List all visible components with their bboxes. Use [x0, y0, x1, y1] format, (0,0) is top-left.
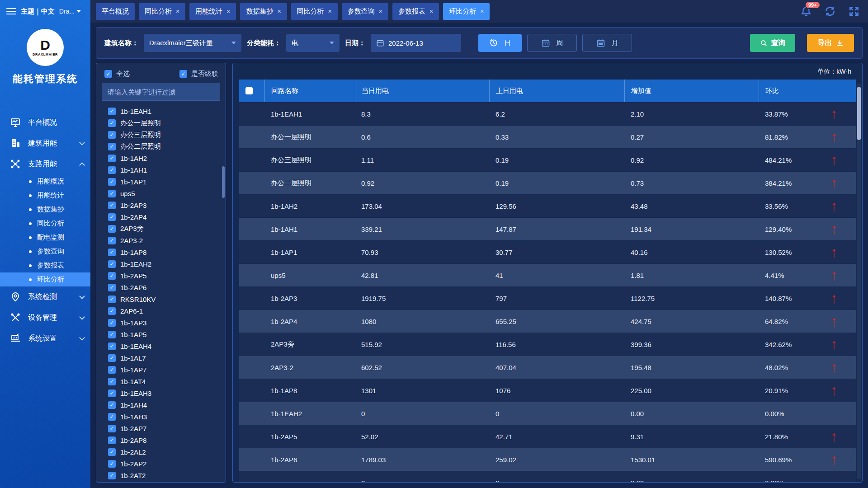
tab-1[interactable]: 平台概况	[96, 3, 135, 20]
sidebar-subitem-5[interactable]: 配电监测	[0, 230, 90, 244]
date-picker[interactable]: 2022-06-13	[371, 34, 461, 52]
tab-5[interactable]: 同比分析×	[291, 3, 338, 20]
tree-item[interactable]: ✓1b-1EAH3	[108, 387, 220, 399]
checkbox-checked-icon[interactable]: ✓	[108, 343, 116, 350]
checkbox-checked-icon[interactable]: ✓	[108, 378, 116, 385]
tab-close-icon[interactable]: ×	[429, 8, 433, 14]
tree-item[interactable]: ✓1b-1AH2	[108, 152, 220, 164]
sidebar-subitem-8[interactable]: 环比分析	[0, 272, 90, 286]
tree-item[interactable]: ✓1b-1EAH1	[108, 105, 220, 117]
tree-item[interactable]: ✓办公一层照明	[108, 117, 220, 129]
checkbox-checked-icon[interactable]: ✓	[108, 213, 116, 221]
tree-item[interactable]: ✓1b-1AP1	[108, 176, 220, 188]
notification-bell-icon[interactable]: 99+	[799, 5, 813, 18]
checkbox-checked-icon[interactable]: ✓	[108, 284, 116, 291]
checkbox-checked-icon[interactable]: ✓	[108, 413, 116, 421]
tree-item[interactable]: ✓1b-1AT4	[108, 375, 220, 387]
tree-item[interactable]: ✓1b-1AP8	[108, 246, 220, 258]
tree-item[interactable]: ✓2AP3-2	[108, 235, 220, 246]
checkbox-checked-icon[interactable]: ✓	[108, 143, 116, 150]
tree-item[interactable]: ✓办公三层照明	[108, 129, 220, 141]
period-button-1[interactable]: 日	[478, 34, 522, 52]
tree-item[interactable]: ✓ups5	[108, 188, 220, 199]
checkbox-checked-icon[interactable]: ✓	[108, 178, 116, 186]
tree-item[interactable]: ✓1b-2AP3	[108, 199, 220, 211]
tree-item[interactable]: ✓1b-2AP5	[108, 270, 220, 282]
query-button[interactable]: 查询	[750, 34, 795, 52]
sidebar-item-3[interactable]: 支路用能	[0, 154, 90, 174]
checkbox-checked-icon[interactable]: ✓	[108, 319, 116, 327]
checkbox-checked-icon[interactable]: ✓	[108, 354, 116, 362]
header-checkbox[interactable]	[245, 87, 253, 94]
tab-4[interactable]: 数据集抄×	[240, 3, 287, 20]
tree-item[interactable]: ✓1b-2AP2	[108, 458, 220, 469]
tree-item[interactable]: ✓2AP6-1	[108, 305, 220, 317]
sidebar-item-2[interactable]: 建筑用能	[0, 133, 90, 154]
theme-language-label[interactable]: 主题｜中文	[21, 7, 55, 16]
tab-3[interactable]: 用能统计×	[189, 3, 236, 20]
checkbox-checked-icon[interactable]: ✓	[108, 155, 116, 162]
checkbox-checked-icon[interactable]: ✓	[108, 425, 116, 432]
checkbox-checked-icon[interactable]: ✓	[108, 448, 116, 456]
checkbox-checked-icon[interactable]: ✓	[108, 307, 116, 315]
checkbox-checked-icon[interactable]: ✓	[108, 225, 116, 233]
tree-item[interactable]: ✓1b-2AL2	[108, 446, 220, 458]
tree-item[interactable]: ✓1b-1EAH2	[108, 258, 220, 270]
sidebar-subitem-7[interactable]: 参数报表	[0, 258, 90, 272]
fullscreen-icon[interactable]	[847, 5, 861, 18]
tree-item[interactable]: ✓1b-2AT2	[108, 469, 220, 481]
tree-item[interactable]: ✓办公二层照明	[108, 141, 220, 152]
tree-item[interactable]: ✓1b-1AH4	[108, 399, 220, 411]
sidebar-subitem-3[interactable]: 数据集抄	[0, 202, 90, 216]
checkbox-checked-icon[interactable]: ✓	[108, 436, 116, 444]
tree-item[interactable]: ✓1b-1AH1	[108, 164, 220, 176]
tab-close-icon[interactable]: ×	[480, 8, 484, 14]
checkbox-checked-icon[interactable]: ✓	[108, 260, 116, 268]
sidebar-subitem-6[interactable]: 参数查询	[0, 244, 90, 258]
sidebar-item-1[interactable]: 平台概况	[0, 112, 90, 133]
tab-8[interactable]: 环比分析×	[443, 3, 490, 20]
tab-close-icon[interactable]: ×	[379, 8, 382, 14]
user-menu[interactable]: Dra...	[59, 8, 81, 15]
checkbox-checked-icon[interactable]: ✓	[108, 237, 116, 244]
checkbox-checked-icon[interactable]: ✓	[108, 108, 116, 115]
building-select[interactable]: Draexlmaier三级计量	[144, 34, 241, 52]
checkbox-checked-icon[interactable]: ✓	[108, 202, 116, 209]
tree-item[interactable]: ✓UPS3	[108, 481, 220, 483]
tree-item[interactable]: ✓RKSR10KV	[108, 293, 220, 305]
tree-scrollbar[interactable]	[222, 166, 225, 198]
tree-item[interactable]: ✓1b-2AP8	[108, 434, 220, 446]
checkbox-checked-icon[interactable]: ✓	[108, 131, 116, 139]
cascade-checkbox[interactable]: ✓ 是否级联	[179, 70, 218, 78]
tree-item[interactable]: ✓1b-1AL7	[108, 352, 220, 364]
checkbox-checked-icon[interactable]: ✓	[108, 272, 116, 280]
sidebar-item-4[interactable]: 系统检测	[0, 286, 90, 307]
tree-item[interactable]: ✓1b-2AP6	[108, 282, 220, 293]
tree-item[interactable]: ✓2AP3旁	[108, 223, 220, 235]
tab-close-icon[interactable]: ×	[226, 8, 230, 14]
sidebar-subitem-1[interactable]: 用能概况	[0, 174, 90, 188]
checkbox-checked-icon[interactable]: ✓	[108, 119, 116, 127]
tree-item[interactable]: ✓1b-2AP7	[108, 422, 220, 434]
tab-close-icon[interactable]: ×	[328, 8, 332, 14]
checkbox-checked-icon[interactable]: ✓	[108, 331, 116, 338]
tab-close-icon[interactable]: ×	[176, 8, 179, 14]
refresh-icon[interactable]	[823, 5, 837, 18]
tab-2[interactable]: 同比分析×	[139, 3, 185, 20]
tree-search-input[interactable]	[102, 83, 220, 101]
checkbox-checked-icon[interactable]: ✓	[108, 190, 116, 197]
sidebar-subitem-2[interactable]: 用能统计	[0, 188, 90, 202]
tree-item[interactable]: ✓1b-1AH3	[108, 411, 220, 422]
tree-item[interactable]: ✓1b-1AP3	[108, 317, 220, 328]
table-scrollbar[interactable]	[857, 87, 861, 140]
tree-item[interactable]: ✓1b-1AP7	[108, 364, 220, 375]
sidebar-subitem-4[interactable]: 同比分析	[0, 216, 90, 230]
sidebar-item-6[interactable]: 系统设置	[0, 328, 90, 349]
checkbox-checked-icon[interactable]: ✓	[108, 366, 116, 374]
hamburger-menu-icon[interactable]	[6, 6, 16, 16]
select-all-checkbox[interactable]: ✓ 全选	[104, 70, 130, 78]
checkbox-checked-icon[interactable]: ✓	[108, 249, 116, 256]
checkbox-checked-icon[interactable]: ✓	[108, 389, 116, 397]
tab-7[interactable]: 参数报表×	[392, 3, 439, 20]
period-button-3[interactable]: 月	[582, 34, 632, 52]
